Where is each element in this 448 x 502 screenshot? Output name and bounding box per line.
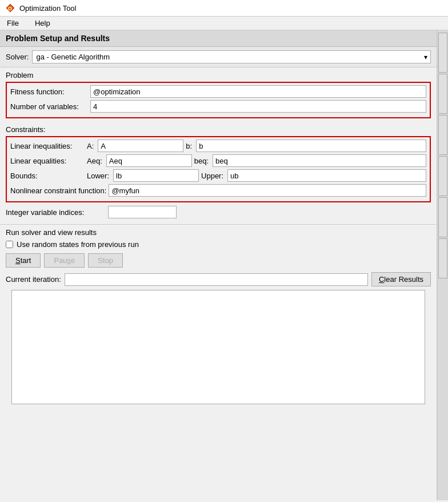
solver-row: Solver: ga - Genetic Algorithm [0, 47, 437, 67]
bounds-row: Bounds: Lower: Upper: [10, 169, 426, 182]
beq-label: beq: [194, 157, 209, 165]
pause-button[interactable]: Pause [44, 253, 85, 268]
current-iteration-input[interactable] [65, 273, 368, 286]
run-title: Run solver and view results [6, 228, 431, 237]
bounds-label: Bounds: [10, 172, 85, 180]
nonlinear-input[interactable] [109, 184, 426, 197]
menu-bar: File Help [0, 17, 448, 30]
current-iteration-label: Current iteration: [6, 275, 61, 284]
right-tab-5[interactable] [438, 197, 447, 237]
run-buttons-row: Start Pause Stop [6, 253, 431, 268]
numvars-label: Number of variables: [10, 102, 90, 111]
linear-ineq-label: Linear inequalities: [10, 142, 85, 150]
b-label: b: [186, 142, 192, 150]
lower-input[interactable] [113, 169, 199, 182]
aeq-label: Aeq: [87, 157, 102, 165]
stop-button[interactable]: Stop [88, 253, 123, 268]
linear-eq-label: Linear equalities: [10, 157, 85, 165]
right-tab-4[interactable] [438, 156, 447, 196]
random-states-label: Use random states from previous run [17, 240, 139, 249]
solver-select[interactable]: ga - Genetic Algorithm [32, 50, 431, 63]
right-tab-1[interactable] [438, 33, 447, 73]
run-section: Run solver and view results Use random s… [0, 224, 437, 408]
pause-label: Pause [54, 256, 75, 265]
nonlinear-label: Nonlinear constraint function: [10, 186, 106, 195]
fitness-label: Fitness function: [10, 87, 90, 96]
problem-title: Problem [6, 71, 431, 79]
linear-equalities-row: Linear equalities: Aeq: beq: [10, 154, 426, 167]
integer-input[interactable] [108, 206, 177, 218]
constraints-section: Constraints: Linear inequalities: A: b: … [0, 122, 437, 224]
current-iteration-row: Current iteration: Clear Results [6, 272, 431, 286]
problem-section: Problem Fitness function: Number of vari… [0, 67, 437, 118]
app-title: Optimization Tool [19, 4, 76, 13]
upper-label: Upper: [201, 172, 223, 180]
stop-label: Stop [98, 256, 113, 265]
menu-help-label: Help [35, 19, 50, 27]
start-label: Start [15, 256, 31, 265]
start-button[interactable]: Start [6, 253, 41, 268]
right-tab-2[interactable] [438, 74, 447, 114]
menu-file[interactable]: File [3, 18, 22, 29]
linear-inequalities-row: Linear inequalities: A: b: [10, 140, 426, 152]
solver-label: Solver: [6, 53, 29, 61]
integer-label: Integer variable indices: [6, 208, 106, 217]
integer-row: Integer variable indices: [6, 206, 431, 218]
constraints-red-box: Linear inequalities: A: b: Linear equali… [6, 136, 431, 202]
solver-select-wrapper: ga - Genetic Algorithm [32, 50, 431, 63]
clear-results-button[interactable]: Clear Results [371, 272, 431, 286]
section-header: Problem Setup and Results [0, 30, 437, 47]
nonlinear-row: Nonlinear constraint function: [10, 184, 426, 197]
fitness-row: Fitness function: [10, 85, 426, 98]
main-layout: Problem Setup and Results Solver: ga - G… [0, 30, 448, 500]
lower-label: Lower: [87, 172, 109, 180]
right-tab-6[interactable] [438, 238, 447, 278]
optimization-icon: O [6, 3, 15, 13]
right-tab-3[interactable] [438, 115, 447, 155]
aeq-input[interactable] [106, 154, 192, 167]
upper-input[interactable] [227, 169, 426, 182]
problem-red-box: Fitness function: Number of variables: [6, 82, 431, 118]
left-panel: Problem Setup and Results Solver: ga - G… [0, 30, 438, 500]
right-panel [438, 30, 448, 500]
b-input[interactable] [196, 140, 426, 152]
svg-text:O: O [8, 6, 12, 11]
a-label: A: [87, 142, 94, 150]
clear-results-label: Clear Results [379, 275, 423, 284]
constraints-title: Constraints: [6, 125, 431, 134]
numvars-input[interactable] [90, 100, 426, 113]
fitness-input[interactable] [90, 85, 426, 98]
menu-help[interactable]: Help [31, 18, 54, 29]
checkbox-row: Use random states from previous run [6, 240, 431, 249]
beq-input[interactable] [213, 154, 426, 167]
title-bar: O Optimization Tool [0, 0, 448, 17]
a-input[interactable] [98, 140, 183, 152]
results-area [11, 290, 425, 404]
random-states-checkbox[interactable] [6, 241, 13, 248]
numvars-row: Number of variables: [10, 100, 426, 113]
